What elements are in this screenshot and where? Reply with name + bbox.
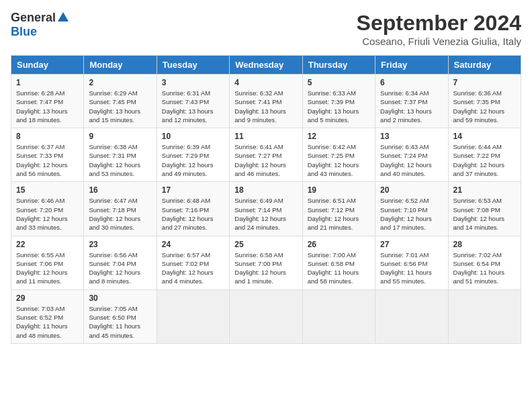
calendar-cell: 22Sunrise: 6:55 AMSunset: 7:06 PMDayligh… — [11, 236, 84, 289]
cell-details: Sunrise: 6:48 AMSunset: 7:16 PMDaylight:… — [162, 197, 214, 231]
day-number: 28 — [453, 240, 516, 249]
day-number: 7 — [453, 78, 516, 87]
calendar-cell: 18Sunrise: 6:49 AMSunset: 7:14 PMDayligh… — [230, 182, 302, 236]
cell-details: Sunrise: 6:39 AMSunset: 7:29 PMDaylight:… — [162, 143, 214, 177]
calendar-cell: 4Sunrise: 6:32 AMSunset: 7:41 PMDaylight… — [230, 75, 302, 128]
logo-general-text: General — [11, 11, 56, 25]
svg-marker-0 — [58, 12, 69, 21]
cell-details: Sunrise: 6:46 AMSunset: 7:20 PMDaylight:… — [16, 197, 68, 231]
cell-details: Sunrise: 6:31 AMSunset: 7:43 PMDaylight:… — [162, 89, 214, 124]
cell-details: Sunrise: 6:58 AMSunset: 7:00 PMDaylight:… — [234, 251, 286, 285]
day-number: 12 — [308, 132, 370, 141]
cell-details: Sunrise: 6:32 AMSunset: 7:41 PMDaylight:… — [234, 89, 286, 124]
cell-details: Sunrise: 6:42 AMSunset: 7:25 PMDaylight:… — [308, 143, 359, 177]
day-number: 20 — [380, 185, 443, 195]
day-number: 4 — [234, 78, 297, 87]
day-number: 11 — [234, 132, 297, 141]
calendar-cell — [230, 289, 302, 343]
location-title: Coseano, Friuli Venezia Giulia, Italy — [357, 36, 521, 47]
cell-details: Sunrise: 6:34 AMSunset: 7:37 PMDaylight:… — [380, 89, 432, 124]
calendar-cell: 2Sunrise: 6:29 AMSunset: 7:45 PMDaylight… — [84, 75, 157, 128]
cell-details: Sunrise: 6:55 AMSunset: 7:06 PMDaylight:… — [16, 251, 68, 285]
day-number: 17 — [162, 185, 224, 195]
day-number: 9 — [89, 132, 151, 141]
cell-details: Sunrise: 6:38 AMSunset: 7:31 PMDaylight:… — [89, 143, 140, 177]
cell-details: Sunrise: 6:47 AMSunset: 7:18 PMDaylight:… — [89, 197, 140, 231]
logo: General Blue — [11, 11, 69, 39]
day-number: 16 — [89, 185, 151, 195]
cell-details: Sunrise: 6:29 AMSunset: 7:45 PMDaylight:… — [89, 89, 140, 124]
header-saturday: Saturday — [448, 56, 521, 75]
day-number: 21 — [453, 185, 516, 195]
calendar-week-4: 22Sunrise: 6:55 AMSunset: 7:06 PMDayligh… — [11, 236, 521, 289]
calendar-cell: 8Sunrise: 6:37 AMSunset: 7:33 PMDaylight… — [11, 128, 84, 182]
calendar-cell: 9Sunrise: 6:38 AMSunset: 7:31 PMDaylight… — [84, 128, 157, 182]
calendar-cell: 14Sunrise: 6:44 AMSunset: 7:22 PMDayligh… — [448, 128, 521, 182]
calendar-cell: 28Sunrise: 7:02 AMSunset: 6:54 PMDayligh… — [448, 236, 521, 289]
calendar-week-5: 29Sunrise: 7:03 AMSunset: 6:52 PMDayligh… — [11, 289, 521, 343]
header-thursday: Thursday — [302, 56, 375, 75]
day-number: 23 — [89, 240, 151, 249]
day-number: 29 — [16, 293, 79, 303]
day-number: 6 — [380, 78, 443, 87]
calendar-header-row: Sunday Monday Tuesday Wednesday Thursday… — [11, 56, 521, 75]
cell-details: Sunrise: 7:00 AMSunset: 6:58 PMDaylight:… — [308, 251, 359, 285]
cell-details: Sunrise: 6:44 AMSunset: 7:22 PMDaylight:… — [453, 143, 505, 177]
day-number: 13 — [380, 132, 443, 141]
calendar-cell: 23Sunrise: 6:56 AMSunset: 7:04 PMDayligh… — [84, 236, 157, 289]
calendar-cell: 21Sunrise: 6:53 AMSunset: 7:08 PMDayligh… — [448, 182, 521, 236]
day-number: 24 — [162, 240, 224, 249]
calendar-table: Sunday Monday Tuesday Wednesday Thursday… — [11, 55, 521, 344]
cell-details: Sunrise: 7:01 AMSunset: 6:56 PMDaylight:… — [380, 251, 432, 285]
day-number: 8 — [16, 132, 79, 141]
day-number: 22 — [16, 240, 79, 249]
calendar-cell — [157, 289, 229, 343]
cell-details: Sunrise: 7:03 AMSunset: 6:52 PMDaylight:… — [16, 305, 68, 339]
day-number: 18 — [234, 185, 297, 195]
calendar-cell: 20Sunrise: 6:52 AMSunset: 7:10 PMDayligh… — [375, 182, 448, 236]
cell-details: Sunrise: 6:33 AMSunset: 7:39 PMDaylight:… — [308, 89, 359, 124]
day-number: 15 — [16, 185, 79, 195]
day-number: 10 — [162, 132, 224, 141]
day-number: 26 — [308, 240, 370, 249]
header: General Blue September 2024 Coseano, Fri… — [11, 11, 521, 47]
calendar-cell: 6Sunrise: 6:34 AMSunset: 7:37 PMDaylight… — [375, 75, 448, 128]
calendar-cell: 5Sunrise: 6:33 AMSunset: 7:39 PMDaylight… — [302, 75, 375, 128]
cell-details: Sunrise: 6:43 AMSunset: 7:24 PMDaylight:… — [380, 143, 432, 177]
cell-details: Sunrise: 6:37 AMSunset: 7:33 PMDaylight:… — [16, 143, 68, 177]
day-number: 2 — [89, 78, 151, 87]
cell-details: Sunrise: 6:57 AMSunset: 7:02 PMDaylight:… — [162, 251, 214, 285]
calendar-cell — [375, 289, 448, 343]
cell-details: Sunrise: 6:41 AMSunset: 7:27 PMDaylight:… — [234, 143, 286, 177]
header-friday: Friday — [375, 56, 448, 75]
calendar-cell: 25Sunrise: 6:58 AMSunset: 7:00 PMDayligh… — [230, 236, 302, 289]
day-number: 3 — [162, 78, 224, 87]
calendar-cell: 19Sunrise: 6:51 AMSunset: 7:12 PMDayligh… — [302, 182, 375, 236]
cell-details: Sunrise: 6:36 AMSunset: 7:35 PMDaylight:… — [453, 89, 505, 124]
day-number: 30 — [89, 293, 151, 303]
calendar-cell — [448, 289, 521, 343]
calendar-cell: 13Sunrise: 6:43 AMSunset: 7:24 PMDayligh… — [375, 128, 448, 182]
calendar-cell: 7Sunrise: 6:36 AMSunset: 7:35 PMDaylight… — [448, 75, 521, 128]
header-tuesday: Tuesday — [157, 56, 229, 75]
calendar-cell: 17Sunrise: 6:48 AMSunset: 7:16 PMDayligh… — [157, 182, 229, 236]
calendar-week-3: 15Sunrise: 6:46 AMSunset: 7:20 PMDayligh… — [11, 182, 521, 236]
cell-details: Sunrise: 6:52 AMSunset: 7:10 PMDaylight:… — [380, 197, 432, 231]
calendar-cell: 10Sunrise: 6:39 AMSunset: 7:29 PMDayligh… — [157, 128, 229, 182]
calendar-cell: 26Sunrise: 7:00 AMSunset: 6:58 PMDayligh… — [302, 236, 375, 289]
cell-details: Sunrise: 6:51 AMSunset: 7:12 PMDaylight:… — [308, 197, 359, 231]
calendar-week-1: 1Sunrise: 6:28 AMSunset: 7:47 PMDaylight… — [11, 75, 521, 128]
cell-details: Sunrise: 6:56 AMSunset: 7:04 PMDaylight:… — [89, 251, 140, 285]
header-sunday: Sunday — [11, 56, 84, 75]
day-number: 14 — [453, 132, 516, 141]
calendar-cell: 29Sunrise: 7:03 AMSunset: 6:52 PMDayligh… — [11, 289, 84, 343]
calendar-cell: 16Sunrise: 6:47 AMSunset: 7:18 PMDayligh… — [84, 182, 157, 236]
day-number: 19 — [308, 185, 370, 195]
calendar-cell: 12Sunrise: 6:42 AMSunset: 7:25 PMDayligh… — [302, 128, 375, 182]
title-area: September 2024 Coseano, Friuli Venezia G… — [357, 11, 521, 47]
calendar-cell: 30Sunrise: 7:05 AMSunset: 6:50 PMDayligh… — [84, 289, 157, 343]
calendar-cell — [302, 289, 375, 343]
cell-details: Sunrise: 7:05 AMSunset: 6:50 PMDaylight:… — [89, 305, 140, 339]
day-number: 25 — [234, 240, 297, 249]
calendar-cell: 27Sunrise: 7:01 AMSunset: 6:56 PMDayligh… — [375, 236, 448, 289]
